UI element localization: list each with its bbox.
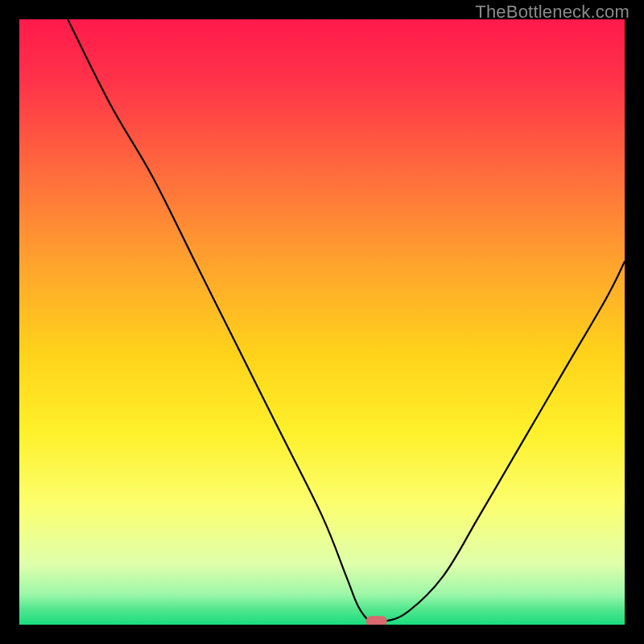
watermark-text: TheBottleneck.com	[475, 2, 630, 23]
optimal-marker	[19, 19, 625, 625]
chart-frame: TheBottleneck.com	[0, 0, 644, 644]
plot-area	[19, 19, 625, 625]
svg-rect-1	[366, 616, 387, 625]
